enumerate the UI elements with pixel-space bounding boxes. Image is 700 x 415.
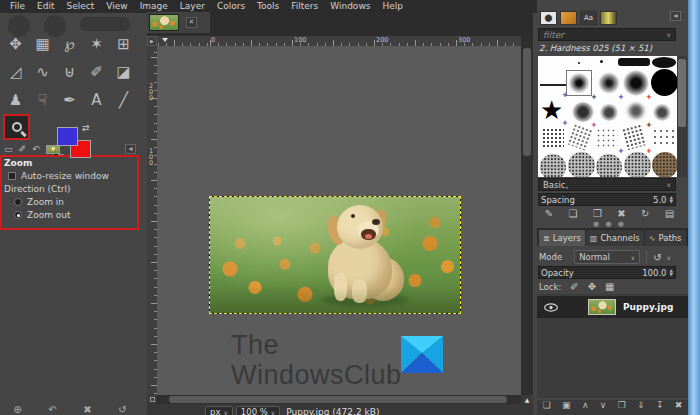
undo-history-tab-icon[interactable]: ↶ <box>32 145 40 154</box>
brush-thumb-star[interactable]: ★ <box>540 96 563 124</box>
brush-thumb[interactable] <box>568 152 595 177</box>
quick-mask-toggle[interactable] <box>147 395 157 404</box>
detach-arrow-icon[interactable]: ◂ <box>125 144 136 154</box>
open-brush-as-image-icon[interactable]: ▤ <box>665 209 674 219</box>
lower-layer-icon[interactable]: ∨ <box>600 400 607 410</box>
horizontal-scrollbar[interactable] <box>157 395 521 404</box>
edit-brush-icon[interactable]: ✎ <box>545 209 553 219</box>
spinner-arrows-icon[interactable]: ▲▼ <box>670 196 673 204</box>
tool-eraser-button[interactable]: ◪ <box>110 58 137 86</box>
chevron-down-icon[interactable]: ∨ <box>667 254 671 261</box>
vertical-scrollbar[interactable] <box>521 36 533 395</box>
duplicate-brush-icon[interactable]: ❐ <box>593 209 602 219</box>
mode-dropdown[interactable]: Normal ∨ <box>574 250 640 264</box>
mode-switch-icon[interactable]: ↺ <box>653 252 661 263</box>
tool-smudge-button[interactable]: ☟ <box>29 86 56 114</box>
brush-thumb[interactable] <box>626 102 646 120</box>
navigation-preview-button[interactable]: ▲ <box>521 395 533 404</box>
brush-thumb[interactable] <box>652 128 674 148</box>
brush-thumb[interactable] <box>598 72 620 94</box>
tool-shear-button[interactable]: ◿ <box>2 58 29 86</box>
menu-select[interactable]: Select <box>61 0 101 13</box>
brush-grid[interactable]: ★ + + + + + + + + + <box>538 56 677 177</box>
fonts-tab-icon[interactable]: Aa <box>580 11 597 25</box>
device-status-tab-icon[interactable]: ▭ <box>4 145 13 154</box>
tab-paths[interactable]: ∿ Paths <box>645 230 686 246</box>
brushes-tab-icon[interactable]: ⬤ <box>540 11 557 25</box>
menu-edit[interactable]: Edit <box>31 0 60 13</box>
visibility-eye-icon[interactable] <box>544 303 558 312</box>
brush-thumb[interactable] <box>621 124 646 150</box>
anchor-layer-icon[interactable]: ↧ <box>656 400 664 410</box>
opacity-slider[interactable]: Opacity 100.0 ▲▼ <box>538 266 676 279</box>
brush-grid-scrollbar[interactable] <box>677 56 687 177</box>
brush-thumb[interactable] <box>652 57 676 68</box>
brush-thumb[interactable] <box>540 84 566 86</box>
brush-thumb[interactable] <box>540 154 566 177</box>
zoom-out-radio-selected[interactable] <box>14 211 22 219</box>
brush-thumb[interactable] <box>624 152 651 177</box>
ruler-corner-menu-button[interactable]: ▶ <box>147 36 157 46</box>
puppy-image[interactable] <box>210 197 460 313</box>
tab-channels[interactable]: ▥ Channels <box>586 230 644 246</box>
tool-rectangle-select-button[interactable]: ▦ <box>29 30 56 58</box>
dock-resize-grip[interactable]: ● ● ● <box>537 221 682 227</box>
lock-position-icon[interactable]: ✥ <box>588 281 596 292</box>
lock-alpha-icon[interactable]: ▦ <box>605 281 614 292</box>
tool-move-button[interactable]: ✥ <box>2 30 29 58</box>
brush-thumb[interactable] <box>600 104 618 121</box>
save-preset-icon[interactable]: ⊕ <box>13 405 21 415</box>
tool-bucket-fill-button[interactable]: ⊎ <box>56 58 83 86</box>
new-layer-group-icon[interactable]: ▣ <box>562 400 571 410</box>
menu-file[interactable]: File <box>4 0 31 13</box>
tool-options-tab-icon[interactable]: ✐ <box>19 145 27 154</box>
brush-thumb[interactable] <box>572 102 594 122</box>
brush-scrollbar-thumb[interactable] <box>678 59 686 127</box>
brush-thumb[interactable] <box>651 69 677 96</box>
tool-crop-button[interactable]: ⊞ <box>110 30 137 58</box>
brush-thumb[interactable] <box>600 60 603 63</box>
swap-colors-icon[interactable]: ⇄ <box>82 123 90 133</box>
tool-zoom-button-selected[interactable] <box>3 114 30 140</box>
new-brush-icon[interactable]: ❏ <box>569 209 578 219</box>
close-tab-icon[interactable]: ✕ <box>186 17 197 28</box>
refresh-brushes-icon[interactable]: ↻ <box>641 209 649 219</box>
brush-thumb[interactable] <box>578 62 580 64</box>
delete-brush-icon[interactable]: ✖ <box>617 209 625 219</box>
menu-view[interactable]: View <box>100 0 133 13</box>
brush-thumb[interactable] <box>653 104 671 121</box>
auto-resize-checkbox[interactable] <box>8 172 16 180</box>
tab-layers[interactable]: ≣ Layers <box>539 230 585 246</box>
delete-preset-icon[interactable]: ✖ <box>83 405 91 415</box>
tool-warp-button[interactable]: ∿ <box>29 58 56 86</box>
raise-layer-icon[interactable]: ∧ <box>582 400 589 410</box>
brush-set-dropdown[interactable]: Basic, ∨ <box>538 178 676 191</box>
delete-layer-icon[interactable]: ✖ <box>675 400 683 410</box>
zoom-in-radio[interactable] <box>14 198 22 206</box>
brush-thumb[interactable] <box>596 154 622 177</box>
duplicate-layer-icon[interactable]: ❐ <box>618 400 626 410</box>
brush-thumb[interactable] <box>596 128 618 148</box>
zoom-level-dropdown[interactable]: 100 % ∨ <box>236 406 280 415</box>
lock-pixels-icon[interactable]: ✐ <box>570 281 578 292</box>
foreground-color-swatch[interactable] <box>57 127 78 146</box>
tool-clone-button[interactable]: ♟ <box>2 86 29 114</box>
patterns-tab-icon[interactable] <box>560 11 577 25</box>
brush-thumb[interactable] <box>618 58 650 66</box>
spinner-arrows-icon[interactable]: ▲▼ <box>670 269 673 277</box>
images-tab-icon[interactable] <box>46 145 60 154</box>
layer-row-selected[interactable]: Puppy.jpg <box>537 296 688 318</box>
units-dropdown[interactable]: px ∨ <box>205 406 233 415</box>
horizontal-scrollbar-thumb[interactable] <box>169 396 507 403</box>
layer-thumbnail[interactable] <box>588 299 616 315</box>
restore-preset-icon[interactable]: ↶ <box>48 405 56 415</box>
brush-thumb[interactable] <box>542 128 564 148</box>
brush-thumb[interactable] <box>652 152 677 177</box>
tool-free-select-button[interactable]: ℘ <box>56 30 83 58</box>
tool-text-button[interactable]: A <box>83 86 110 114</box>
tool-ink-button[interactable]: ✒ <box>56 86 83 114</box>
brush-filter-input[interactable]: filter ∨ <box>538 28 676 41</box>
brush-thumb[interactable] <box>567 123 593 151</box>
new-layer-icon[interactable]: ❏ <box>543 400 551 410</box>
vertical-scrollbar-thumb[interactable] <box>523 48 531 156</box>
